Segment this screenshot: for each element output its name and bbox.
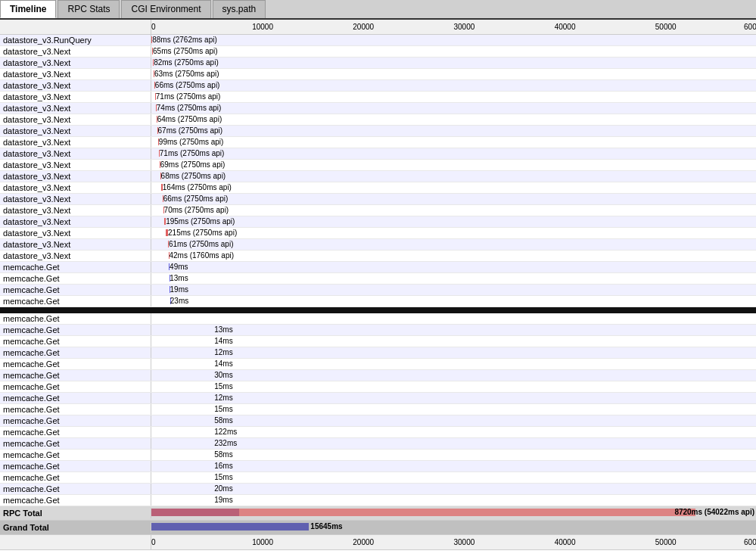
row-label: memcache.Get bbox=[0, 381, 151, 392]
tick-0: 0 bbox=[151, 23, 156, 31]
bar-text-label: 71ms (2750ms api) bbox=[160, 149, 225, 157]
bar-text-label: 19ms bbox=[170, 285, 188, 294]
row-label: memcache.Get bbox=[0, 484, 151, 494]
tick-30k: 30000 bbox=[454, 23, 475, 31]
row-label: datastore_v3.Next bbox=[0, 171, 151, 182]
bar-text-label: 232ms bbox=[214, 439, 237, 447]
row-label: datastore_v3.Next bbox=[0, 58, 151, 68]
row-label: datastore_v3.Next bbox=[0, 228, 151, 238]
tab-rpc-stats[interactable]: RPC Stats bbox=[58, 0, 120, 18]
table-row: datastore_v3.Next69ms (2750ms api) bbox=[0, 160, 756, 171]
tab-sys-path[interactable]: sys.path bbox=[213, 0, 266, 18]
btick-50k: 50000 bbox=[655, 538, 677, 546]
table-row: RPC Total8720ms (54022ms api) bbox=[0, 506, 756, 521]
table-row: memcache.Get58ms bbox=[0, 415, 756, 427]
bar-text-label: 64ms (2750ms api) bbox=[157, 115, 222, 123]
bar-column: 82ms (2750ms api) bbox=[151, 58, 756, 68]
table-row: memcache.Get232ms bbox=[0, 438, 756, 450]
row-label: datastore_v3.Next bbox=[0, 239, 151, 250]
table-row: datastore_v3.Next42ms (1760ms api) bbox=[0, 250, 756, 262]
table-row: memcache.Get16ms bbox=[0, 461, 756, 472]
tick-60k: 60000 bbox=[744, 23, 756, 31]
table-row: memcache.Get14ms bbox=[0, 359, 756, 370]
row-label: memcache.Get bbox=[0, 472, 151, 483]
bar-text-label: 71ms (2750ms api) bbox=[156, 92, 221, 101]
table-row: memcache.Get13ms bbox=[0, 325, 756, 336]
bar-column: 19ms bbox=[151, 495, 756, 506]
row-label: memcache.Get bbox=[0, 296, 151, 307]
bar-text-label: 61ms (2750ms api) bbox=[169, 240, 234, 248]
row-label: datastore_v3.Next bbox=[0, 216, 151, 227]
row-label: datastore_v3.Next bbox=[0, 160, 151, 170]
bar-column: 13ms bbox=[151, 325, 756, 335]
axis-label-empty bbox=[0, 20, 151, 34]
row-label: memcache.Get bbox=[0, 285, 151, 295]
bar-text-label: 19ms bbox=[214, 496, 232, 504]
axis-scale-bottom: 0 10000 20000 30000 40000 50000 60000 bbox=[151, 535, 756, 549]
table-row: memcache.Get14ms bbox=[0, 336, 756, 347]
bar-text-label: 16ms bbox=[214, 462, 232, 470]
bar-column: 66ms (2750ms api) bbox=[151, 80, 756, 91]
bar-text-label: 164ms (2750ms api) bbox=[163, 183, 232, 191]
row-label: memcache.Get bbox=[0, 393, 151, 403]
bar-text-label: 67ms (2750ms api) bbox=[158, 126, 223, 135]
bar-column: 42ms (1760ms api) bbox=[151, 250, 756, 261]
bar-column: 66ms (2750ms api) bbox=[151, 194, 756, 204]
row-label: RPC Total bbox=[0, 508, 151, 518]
bar-column: 14ms bbox=[151, 359, 756, 369]
bar-text-label: 13ms bbox=[214, 325, 232, 334]
bar-column: 30ms bbox=[151, 370, 756, 381]
bar-text-label: 14ms bbox=[214, 337, 232, 345]
table-row: memcache.Get30ms bbox=[0, 370, 756, 381]
table-row: memcache.Get15ms bbox=[0, 404, 756, 415]
btick-40k: 40000 bbox=[555, 538, 576, 546]
tab-bar: Timeline RPC Stats CGI Environment sys.p… bbox=[0, 0, 756, 20]
bar-column: 215ms (2750ms api) bbox=[151, 228, 756, 238]
bar-column: 8720ms (54022ms api) bbox=[151, 506, 756, 520]
row-label: memcache.Get bbox=[0, 273, 151, 284]
top-axis: 0 10000 20000 30000 40000 50000 60000 bbox=[0, 20, 756, 35]
bar-column: 14ms bbox=[151, 336, 756, 347]
row-label: datastore_v3.Next bbox=[0, 182, 151, 193]
table-row: memcache.Get bbox=[0, 313, 756, 325]
bar-column: 15ms bbox=[151, 472, 756, 483]
table-row: datastore_v3.Next65ms (2750ms api) bbox=[0, 46, 756, 58]
bar-text-label: 58ms bbox=[214, 416, 232, 425]
bar-column: 13ms bbox=[151, 273, 756, 284]
top-chart: 0 10000 20000 30000 40000 50000 60000 da… bbox=[0, 20, 756, 307]
row-label: datastore_v3.Next bbox=[0, 69, 151, 79]
table-row: memcache.Get49ms bbox=[0, 262, 756, 273]
bar-text-label: 195ms (2750ms api) bbox=[166, 217, 235, 226]
table-row: memcache.Get13ms bbox=[0, 273, 756, 285]
bar-text-label: 65ms (2750ms api) bbox=[153, 47, 218, 55]
table-row: datastore_v3.Next64ms (2750ms api) bbox=[0, 114, 756, 126]
table-row: memcache.Get122ms bbox=[0, 427, 756, 438]
tab-timeline[interactable]: Timeline bbox=[0, 0, 56, 18]
axis-scale-top: 0 10000 20000 30000 40000 50000 60000 bbox=[151, 20, 756, 34]
bar-text-label: 30ms bbox=[214, 371, 232, 379]
row-label: memcache.Get bbox=[0, 359, 151, 369]
bar-column: 15ms bbox=[151, 404, 756, 415]
bar-text-label: 66ms (2750ms api) bbox=[155, 81, 220, 89]
bar-column: 15ms bbox=[151, 381, 756, 392]
row-label: memcache.Get bbox=[0, 336, 151, 347]
row-label: datastore_v3.Next bbox=[0, 126, 151, 136]
bar-column: 58ms bbox=[151, 450, 756, 460]
bar-column: 64ms (2750ms api) bbox=[151, 114, 756, 125]
row-label: datastore_v3.Next bbox=[0, 250, 151, 261]
bar-text-label: 23ms bbox=[170, 297, 188, 305]
bar-column: 63ms (2750ms api) bbox=[151, 69, 756, 79]
bar-column: 23ms bbox=[151, 296, 756, 307]
table-row: datastore_v3.Next164ms (2750ms api) bbox=[0, 182, 756, 194]
bar-column: 71ms (2750ms api) bbox=[151, 148, 756, 159]
bar-text-label: 66ms (2750ms api) bbox=[163, 194, 229, 203]
table-row: datastore_v3.Next68ms (2750ms api) bbox=[0, 171, 756, 182]
row-label: datastore_v3.Next bbox=[0, 46, 151, 57]
bar-column: 69ms (2750ms api) bbox=[151, 160, 756, 170]
bar-column: 232ms bbox=[151, 438, 756, 449]
bar-text-label: 14ms bbox=[214, 359, 232, 368]
btick-10k: 10000 bbox=[252, 538, 273, 546]
table-row: datastore_v3.Next99ms (2750ms api) bbox=[0, 137, 756, 148]
bar-text-label: 82ms (2750ms api) bbox=[154, 58, 219, 67]
tab-cgi-environment[interactable]: CGI Environment bbox=[121, 0, 210, 18]
